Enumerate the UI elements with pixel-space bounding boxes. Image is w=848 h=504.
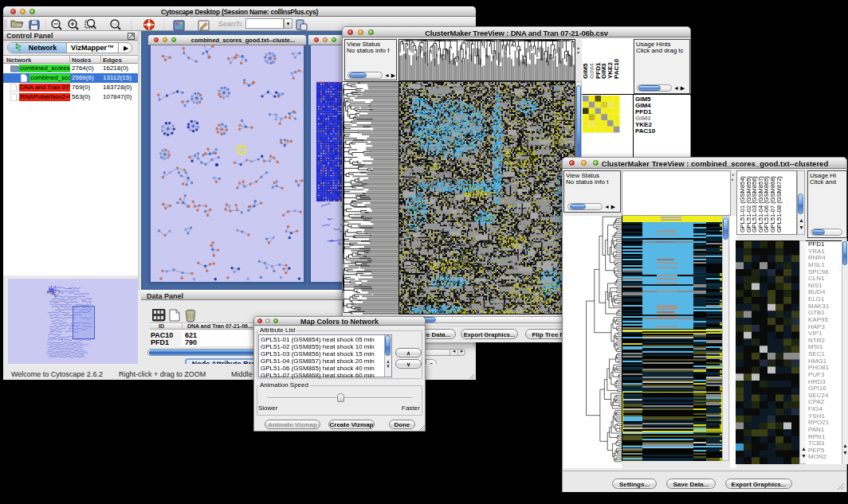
svg-text:1:1: 1:1 <box>112 22 117 26</box>
